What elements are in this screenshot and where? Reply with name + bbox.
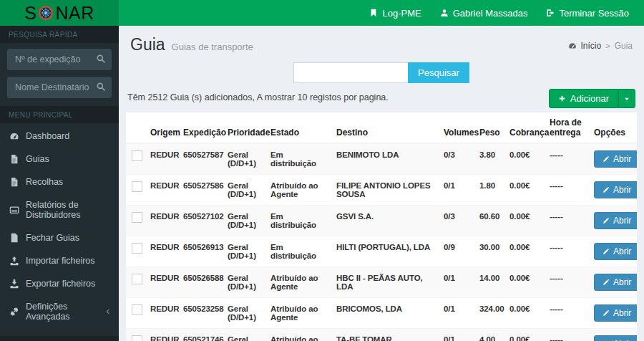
caret-down-icon: [623, 95, 630, 102]
sidebar-menu-item[interactable]: Importar ficheiros: [0, 249, 119, 272]
cell-expedicao: 650527586: [180, 175, 225, 206]
cell-prioridade: Geral (D/D+1): [225, 298, 268, 329]
cell-estado: Atribuído ao Agente: [268, 175, 333, 206]
column-header: Estado: [268, 112, 333, 143]
cell-prioridade: Geral (D/D+1): [225, 329, 268, 341]
pencil-icon: [602, 155, 610, 163]
breadcrumb-home-link[interactable]: Início: [581, 41, 602, 51]
table-row: REDUR 650527587 Geral (D/D+1) Em distrib…: [126, 143, 637, 175]
search-input[interactable]: [293, 62, 408, 83]
sidebar-menu-item[interactable]: Dashboard: [0, 125, 119, 148]
sidebar-menu: Dashboard Guias Recolhas Relatórios de D…: [0, 125, 119, 328]
cell-estado: Em distribuição: [268, 143, 333, 175]
column-header: Opções: [591, 112, 637, 143]
pencil-icon: [602, 217, 610, 224]
card-icon: [9, 205, 19, 215]
content-header: Guia Guias de transporte Início > Guia: [126, 26, 637, 57]
pesquisar-button[interactable]: Pesquisar: [408, 62, 469, 83]
sidebar-menu-item-label: Fechar Guias: [26, 233, 79, 243]
cell-peso: 30.00: [477, 236, 507, 267]
sidebar-bottom-strip: [0, 336, 119, 341]
sidebar: PESQUISA RÁPIDA MENU PRINCIPAL Dashboard…: [0, 26, 119, 341]
cell-expedicao: 650526588: [180, 267, 225, 298]
row-checkbox[interactable]: [132, 274, 142, 284]
sidebar-menu-section-label: MENU PRINCIPAL: [0, 106, 119, 123]
adicionar-button[interactable]: Adicionar: [549, 89, 618, 108]
cell-expedicao: 650527102: [180, 206, 225, 236]
cell-origem: REDUR: [147, 298, 180, 329]
abrir-label: Abrir: [613, 185, 631, 195]
cell-prioridade: Geral (D/D+1): [225, 175, 268, 206]
link-icon: [9, 307, 19, 317]
cell-prioridade: Geral (D/D+1): [225, 143, 268, 175]
abrir-button[interactable]: Abrir: [594, 212, 637, 229]
cell-destino: HBC II - PEÃAS AUTO, LDA: [333, 267, 441, 298]
cell-peso: 4.00: [477, 329, 507, 341]
row-checkbox[interactable]: [132, 335, 142, 341]
table-row: REDUR 650526913 Geral (D/D+1) Em distrib…: [126, 236, 637, 267]
table-row: REDUR 650527586 Geral (D/D+1) Atribuído …: [126, 175, 637, 206]
abrir-label: Abrir: [613, 277, 631, 287]
chevron-left-icon: [104, 308, 112, 315]
column-header: Hora de entrega: [547, 112, 591, 143]
abrir-button[interactable]: Abrir: [594, 243, 637, 260]
column-header: Volumes: [441, 112, 477, 143]
cell-hora-entrega: -----: [547, 329, 591, 341]
cell-peso: 14.00: [477, 267, 507, 298]
sidebar-menu-item[interactable]: Fechar Guias: [0, 226, 119, 249]
app-window: S NAR Log-PME Gabriel Massadas: [0, 0, 644, 341]
cell-estado: Atribuído ao Agente: [268, 329, 333, 341]
table-search-bar: Pesquisar: [126, 62, 637, 83]
abrir-button[interactable]: Abrir: [594, 150, 637, 168]
row-checkbox[interactable]: [132, 181, 142, 192]
abrir-button[interactable]: Abrir: [594, 304, 637, 322]
sidebar-menu-item[interactable]: Recolhas: [0, 170, 119, 193]
row-checkbox[interactable]: [132, 212, 142, 223]
cell-destino: GSVI S.A.: [333, 206, 441, 236]
breadcrumb: Início > Guia: [568, 35, 633, 51]
cell-origem: REDUR: [147, 267, 180, 298]
cell-estado: Atribuído ao Agente: [268, 298, 333, 329]
navbar-item[interactable]: Gabriel Massadas: [431, 0, 537, 26]
header-checkbox-spacer: [126, 112, 147, 143]
download-icon: [9, 279, 19, 289]
cell-origem: REDUR: [147, 206, 180, 236]
sidebar-menu-item-label: Definições Avançadas: [26, 302, 98, 322]
cell-volumes: 0/1: [441, 175, 477, 206]
row-checkbox[interactable]: [132, 243, 142, 254]
cell-volumes: 0/9: [441, 236, 477, 267]
abrir-label: Abrir: [613, 308, 631, 318]
abrir-button[interactable]: Abrir: [594, 335, 637, 341]
cell-origem: REDUR: [147, 175, 180, 206]
sidebar-menu-item[interactable]: Exportar ficheiros: [0, 272, 119, 295]
row-checkbox[interactable]: [132, 304, 142, 315]
cell-peso: 60.60: [477, 206, 507, 236]
cell-cobranca: 0.00€: [507, 267, 547, 298]
cell-expedicao: 650527587: [180, 143, 225, 175]
bookmark-icon: [369, 9, 378, 17]
navbar-item-label: Terminar Sessão: [559, 8, 629, 19]
navbar-item[interactable]: Terminar Sessão: [537, 0, 638, 26]
abrir-button[interactable]: Abrir: [594, 274, 637, 291]
sidebar-menu-item[interactable]: Guias: [0, 148, 119, 170]
cell-prioridade: Geral (D/D+1): [225, 267, 268, 298]
column-header: Peso: [477, 112, 507, 143]
sidebar-menu-item[interactable]: Definições Avançadas: [0, 295, 119, 328]
cell-volumes: 0/1: [441, 298, 477, 329]
file-icon: [9, 154, 19, 164]
logo-text-prefix: S: [24, 3, 36, 24]
page-title: Guia: [130, 35, 165, 54]
cell-cobranca: 0.00€: [507, 298, 547, 329]
navbar-item[interactable]: Log-PME: [360, 0, 430, 26]
plus-icon: [558, 95, 566, 102]
adicionar-dropdown-toggle[interactable]: [618, 89, 635, 108]
cell-cobranca: 0.00€: [507, 143, 547, 175]
abrir-button[interactable]: Abrir: [594, 181, 637, 198]
app-logo[interactable]: S NAR: [0, 0, 119, 26]
cell-expedicao: 650521746: [180, 329, 225, 341]
navbar-item-label: Gabriel Massadas: [453, 8, 528, 19]
cell-destino: FILIPE ANTONIO LOPES SOUSA: [333, 175, 441, 206]
row-checkbox[interactable]: [132, 150, 142, 161]
cell-cobranca: 0.00€: [507, 329, 547, 341]
sidebar-menu-item[interactable]: Relatórios de Distribuidores: [0, 193, 119, 226]
